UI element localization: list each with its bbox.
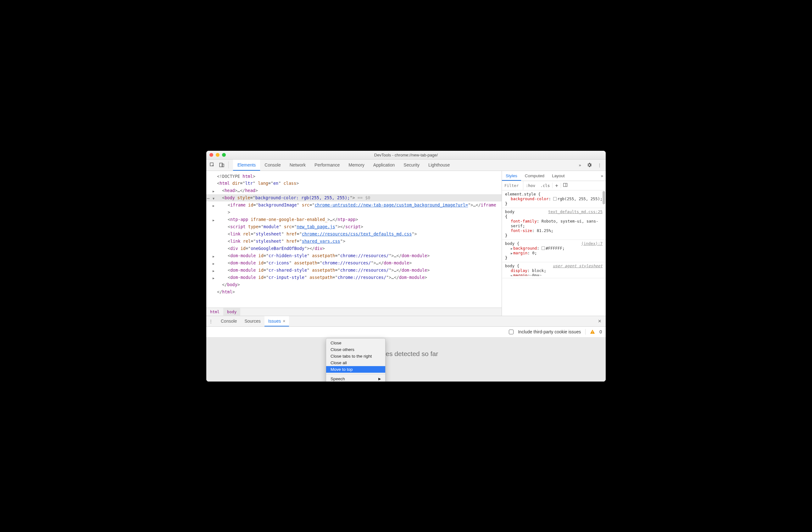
dom-node[interactable]: <!DOCTYPE html> (206, 173, 502, 180)
dom-node[interactable]: ▶<head>…</head> (206, 187, 502, 194)
close-drawer-icon[interactable]: × (596, 318, 603, 324)
styles-tabs: StylesComputedLayout» (502, 171, 606, 181)
issues-toolbar: Include third-party cookie issues 0 (206, 327, 606, 337)
menu-item-close-all[interactable]: Close all (326, 360, 385, 366)
menu-item-move-to-top[interactable]: Move to top (326, 366, 385, 373)
dom-node[interactable]: <html dir="ltr" lang="en" class> (206, 180, 502, 187)
separator (585, 329, 585, 335)
dom-node[interactable]: ▶<ntp-app iframe-one-google-bar-enabled_… (206, 216, 502, 223)
tab-console[interactable]: Console (260, 159, 285, 171)
styles-tab-computed[interactable]: Computed (521, 171, 548, 181)
more-styles-tabs[interactable]: » (598, 173, 606, 178)
dom-node[interactable]: <script type="module" src="new_tab_page.… (206, 223, 502, 230)
menu-item-close-tabs-to-the-right[interactable]: Close tabs to the right (326, 353, 385, 360)
breadcrumbs: htmlbody (206, 308, 502, 316)
elements-panel: <!DOCTYPE html><html dir="ltr" lang="en"… (206, 171, 502, 316)
window-controls (209, 153, 226, 157)
tab-security[interactable]: Security (399, 159, 424, 171)
svg-rect-5 (593, 331, 593, 333)
drawer-tabs: ⋮ ConsoleSourcesIssues× × (206, 316, 606, 327)
devtools-window: DevTools - chrome://new-tab-page/ Elemen… (206, 151, 606, 381)
dom-node[interactable]: ▶<dom-module id="cr-shared-style" assetp… (206, 267, 502, 274)
style-rules[interactable]: element.style {background-color: rgb(255… (502, 191, 606, 316)
toggle-sidebar-icon[interactable] (561, 183, 569, 188)
main-area: <!DOCTYPE html><html dir="ltr" lang="en"… (206, 171, 606, 316)
breadcrumb-html[interactable]: html (206, 308, 223, 316)
issues-body: issues detected so far (206, 337, 606, 381)
dom-node[interactable]: ▶<dom-module id="cr-input-style" assetpa… (206, 274, 502, 281)
tab-elements[interactable]: Elements (233, 159, 260, 171)
issue-count: 0 (599, 329, 602, 334)
svg-rect-3 (563, 183, 567, 187)
styles-tab-layout[interactable]: Layout (548, 171, 569, 181)
main-toolbar: ElementsConsoleNetworkPerformanceMemoryA… (206, 159, 606, 171)
drawer-tab-sources[interactable]: Sources (241, 316, 264, 326)
dom-node[interactable]: ▶<dom-module id="cr-icons" assetpath="ch… (206, 260, 502, 267)
cls-toggle[interactable]: .cls (538, 183, 552, 188)
scrollbar-thumb[interactable] (603, 191, 605, 204)
dom-node[interactable]: ▶<dom-module id="cr-hidden-style" assetp… (206, 252, 502, 260)
dom-node[interactable]: ▼<body style="background-color: rgb(255,… (206, 194, 502, 201)
dom-tree[interactable]: <!DOCTYPE html><html dir="ltr" lang="en"… (206, 171, 502, 308)
menu-item-speech[interactable]: Speech▶ (326, 376, 385, 381)
more-options-icon[interactable]: ⋮ (595, 163, 604, 167)
menu-item-close-others[interactable]: Close others (326, 346, 385, 353)
include-third-party-checkbox[interactable] (509, 330, 513, 334)
tab-context-menu: CloseClose othersClose tabs to the right… (326, 338, 386, 381)
tab-application[interactable]: Application (369, 159, 400, 171)
more-panels-button[interactable]: » (576, 163, 584, 167)
settings-icon[interactable] (585, 162, 594, 168)
drawer-tab-console[interactable]: Console (217, 316, 241, 326)
drawer-tab-issues[interactable]: Issues× (264, 316, 289, 326)
dom-node[interactable]: ▶<iframe id="backgroundImage" src="chrom… (206, 201, 502, 216)
svg-rect-6 (593, 333, 593, 333)
dom-node[interactable]: <link rel="stylesheet" href="chrome://re… (206, 230, 502, 238)
style-rule[interactable]: body {(index):7▶background: #FFFFFF;▶mar… (502, 240, 606, 262)
style-rule[interactable]: bodytext_defaults_md.css:25{font-family:… (502, 208, 606, 240)
titlebar: DevTools - chrome://new-tab-page/ (206, 151, 606, 159)
warning-icon (590, 329, 595, 334)
tab-network[interactable]: Network (285, 159, 310, 171)
zoom-window-button[interactable] (222, 153, 226, 157)
tab-performance[interactable]: Performance (310, 159, 344, 171)
inspect-element-icon[interactable] (208, 161, 216, 169)
style-rule[interactable]: body {user agent stylesheetdisplay: bloc… (502, 262, 606, 278)
include-third-party-label: Include third-party cookie issues (518, 329, 581, 334)
breadcrumb-body[interactable]: body (223, 308, 240, 316)
window-title: DevTools - chrome://new-tab-page/ (206, 153, 606, 157)
hov-toggle[interactable]: :hov (523, 183, 538, 188)
drawer: ⋮ ConsoleSourcesIssues× × Include third-… (206, 316, 606, 381)
toolbar-separator (228, 162, 229, 168)
dom-node[interactable]: </html> (206, 288, 502, 296)
tab-memory[interactable]: Memory (344, 159, 369, 171)
dom-node[interactable]: <link rel="stylesheet" href="shared_vars… (206, 238, 502, 245)
style-rule[interactable]: element.style {background-color: rgb(255… (502, 191, 606, 208)
dom-node[interactable]: <div id="oneGoogleBarEndOfBody"></div> (206, 245, 502, 252)
submenu-arrow-icon: ▶ (378, 377, 381, 381)
close-tab-icon[interactable]: × (283, 319, 285, 324)
minimize-window-button[interactable] (216, 153, 219, 157)
styles-panel: StylesComputedLayout» :hov .cls + elemen… (502, 171, 606, 316)
styles-filter-row: :hov .cls + (502, 181, 606, 191)
styles-tab-styles[interactable]: Styles (502, 171, 521, 181)
panel-tabs: ElementsConsoleNetworkPerformanceMemoryA… (233, 159, 575, 171)
styles-filter-input[interactable] (502, 181, 523, 190)
close-window-button[interactable] (209, 153, 213, 157)
tab-lighthouse[interactable]: Lighthouse (424, 159, 454, 171)
drawer-menu-icon[interactable]: ⋮ (209, 319, 215, 324)
device-toolbar-icon[interactable] (218, 161, 226, 169)
new-style-rule-button[interactable]: + (553, 183, 561, 188)
dom-node[interactable]: </body> (206, 281, 502, 288)
menu-item-close[interactable]: Close (326, 340, 385, 346)
